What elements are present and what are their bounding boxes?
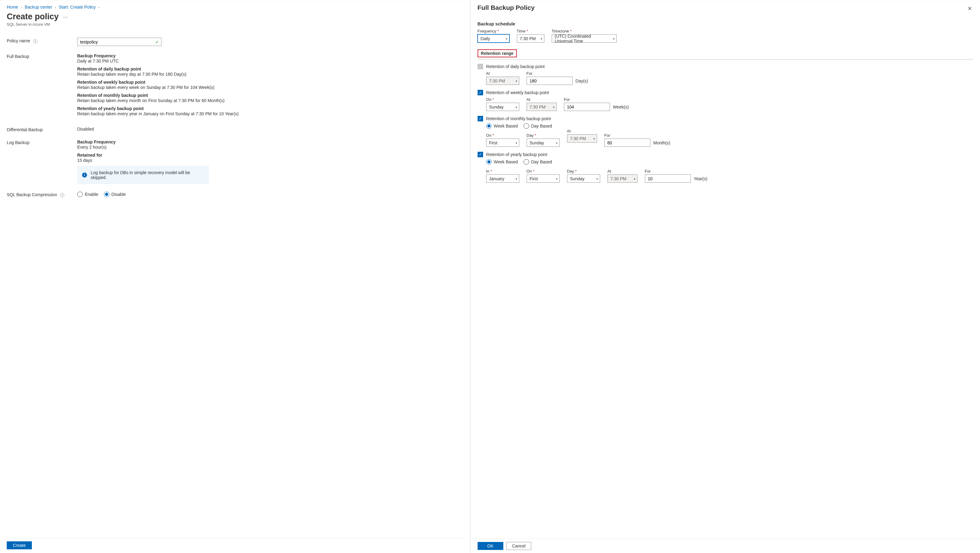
yearly-day-label: Day * [567,169,600,174]
chevron-down-icon: ▾ [506,37,507,40]
yearly-at-select: 7:30 PM▾ [608,174,638,183]
daily-unit: Day(s) [576,78,588,85]
weekly-on-select[interactable]: Sunday▾ [486,103,519,111]
monthly-day-label: Day * [527,133,560,138]
monthly-day-based-radio[interactable]: Day Based [523,123,552,129]
chevron-down-icon: ▾ [556,177,558,180]
chevron-down-icon: ▾ [597,177,598,180]
validated-check-icon: ✓ [155,40,159,45]
compression-disable-radio[interactable]: Disable [104,191,126,197]
cancel-button[interactable]: Cancel [506,542,531,550]
breadcrumb-start-create-policy[interactable]: Start: Create Policy [59,5,96,10]
yearly-on-label: On * [527,169,560,174]
weekly-at-select: 7:30 PM▾ [527,103,557,111]
monthly-for-label: For [605,133,651,138]
chevron-right-icon: › [97,5,101,9]
time-label: Time * [517,29,544,33]
monthly-at-select: 7:30 PM▾ [567,134,597,143]
yearly-on-select[interactable]: First▾ [527,174,560,183]
ok-button[interactable]: OK [477,542,503,550]
policy-name-label: Policy name i [7,38,77,46]
monthly-day-select[interactable]: Sunday▾ [527,139,560,147]
log-backup-summary: Backup Frequency Every 2 hour(s) Retaine… [77,139,463,184]
monthly-at-label: At [567,129,597,133]
panel-title: Full Backup Policy [477,4,535,11]
yearly-in-label: In * [486,169,519,174]
info-icon: i [82,172,87,177]
daily-retention-label: Retention of daily backup point [486,64,545,69]
info-icon[interactable]: i [33,39,37,43]
yearly-week-based-radio[interactable]: Week Based [486,159,518,165]
timezone-label: Timezone * [552,29,617,33]
more-menu-icon[interactable]: ··· [63,14,68,20]
info-icon[interactable]: i [60,193,64,198]
compression-enable-radio[interactable]: Enable [77,191,98,197]
chevron-down-icon: ▾ [541,37,542,40]
chevron-down-icon: ▾ [556,141,558,144]
chevron-down-icon: ▾ [593,137,595,140]
frequency-label: Frequency * [477,29,509,33]
chevron-down-icon: ▾ [634,177,635,180]
yearly-retention-checkbox[interactable] [477,152,483,157]
sql-compression-label: SQL Backup Compression i [7,191,77,198]
create-button[interactable]: Create [7,541,32,549]
breadcrumb: Home › Backup center › Start: Create Pol… [7,4,463,11]
weekly-for-input[interactable] [564,103,610,111]
differential-backup-value: Disabled [77,127,463,132]
policy-name-input[interactable] [77,38,161,46]
monthly-unit: Month(s) [654,140,670,147]
daily-at-select: 7:30 PM▾ [486,76,519,85]
divider [477,59,973,59]
yearly-at-label: At [608,169,638,174]
timezone-select[interactable]: (UTC) Coordinated Universal Time▾ [552,34,617,43]
weekly-retention-label: Retention of weekly backup point [486,90,549,95]
yearly-for-input[interactable] [645,174,691,183]
log-backup-label: Log Backup [7,139,77,184]
page-subtitle: SQL Server in Azure VM [7,22,463,27]
yearly-day-select[interactable]: Sunday▾ [567,174,600,183]
yearly-retention-label: Retention of yearly backup point [486,152,547,157]
frequency-select[interactable]: Daily▾ [477,34,509,43]
chevron-down-icon: ▾ [553,105,555,108]
weekly-on-label: On * [486,97,519,102]
weekly-at-label: At [527,97,557,102]
monthly-week-based-radio[interactable]: Week Based [486,123,518,129]
yearly-for-label: For [645,169,691,174]
daily-retention-checkbox [477,64,483,69]
chevron-down-icon: ▾ [515,105,517,108]
monthly-on-select[interactable]: First▾ [486,139,519,147]
yearly-unit: Year(s) [694,176,708,183]
monthly-on-label: On * [486,133,519,138]
retention-range-title: Retention range [477,49,517,57]
time-select[interactable]: 7:30 PM▾ [517,34,544,43]
page-title: Create policy [7,12,59,21]
chevron-down-icon: ▾ [515,177,517,180]
full-backup-summary: Backup Frequency Daily at 7:30 PM UTC Re… [77,53,463,119]
daily-for-label: For [527,71,573,76]
chevron-right-icon: › [19,5,24,9]
daily-for-input[interactable] [527,76,573,85]
full-backup-label: Full Backup [7,53,77,119]
monthly-for-input[interactable] [605,139,651,147]
chevron-down-icon: ▾ [613,37,614,40]
chevron-down-icon: ▾ [515,79,517,83]
differential-backup-label: Differential Backup [7,127,77,132]
monthly-retention-checkbox[interactable] [477,116,483,121]
breadcrumb-home[interactable]: Home [7,5,18,10]
yearly-in-select[interactable]: January▾ [486,174,519,183]
yearly-day-based-radio[interactable]: Day Based [523,159,552,165]
weekly-unit: Week(s) [613,105,629,111]
backup-schedule-title: Backup schedule [477,21,973,26]
weekly-retention-checkbox[interactable] [477,90,483,95]
monthly-retention-label: Retention of monthly backup point [486,116,551,121]
weekly-for-label: For [564,97,610,102]
daily-at-label: At [486,71,519,76]
log-backup-banner-text: Log backup for DBs in simple recovery mo… [91,170,204,180]
chevron-right-icon: › [53,5,57,9]
close-icon[interactable]: ✕ [966,4,973,13]
breadcrumb-backup-center[interactable]: Backup center [25,5,52,10]
chevron-down-icon: ▾ [515,141,517,144]
